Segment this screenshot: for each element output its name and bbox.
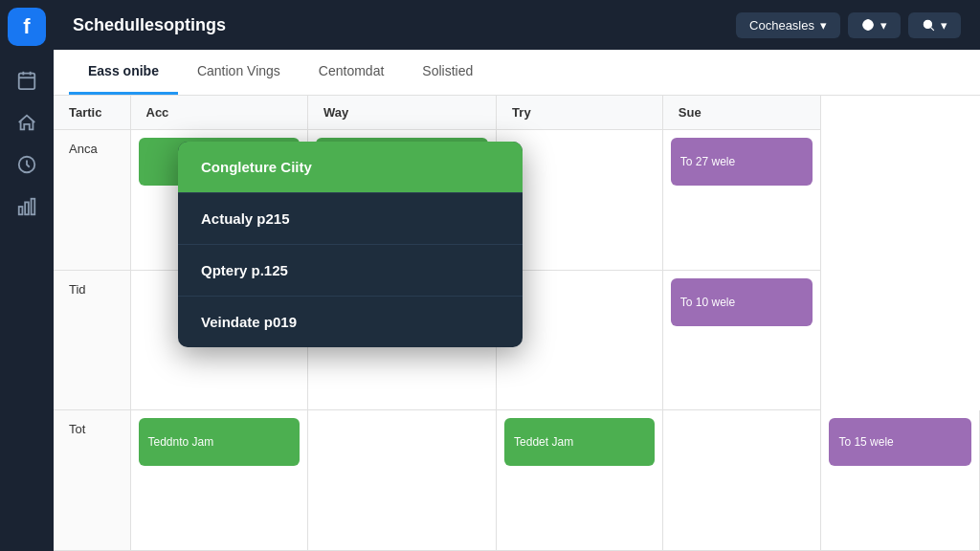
dropdown-item-actualy[interactable]: Actualy p215 [178,193,523,245]
table-row: Tot Teddnto Jam Teddet Jam [54,410,980,551]
svg-rect-5 [19,207,23,214]
app-container: f Schedullesoptings Cocheasles ▾ [0,0,980,551]
col-header-sue: Sue [662,96,821,130]
main-content: Schedullesoptings Cocheasles ▾ ▾ ▾ Eass … [54,0,980,551]
svg-rect-6 [25,202,29,214]
globe-button[interactable]: ▾ [848,12,901,38]
search-button[interactable]: ▾ [908,12,961,38]
row-label-tot: Tot [54,410,130,551]
chart-icon[interactable] [8,187,46,226]
row-label-tid: Tid [54,270,130,410]
tabs-bar: Eass onibe Cantion Vings Centomdat Solis… [54,50,980,96]
dropdown-menu: Congleture Ciity Actualy p215 Qptery p.1… [178,142,523,347]
dropdown-item-qptery[interactable]: Qptery p.125 [178,245,523,297]
svg-point-11 [924,20,931,28]
calendar-icon[interactable] [8,61,46,99]
svg-rect-7 [32,199,35,215]
globe-icon [861,18,875,32]
search-icon [922,18,935,32]
tab-cantion[interactable]: Cantion Vings [178,50,300,95]
tab-solistied[interactable]: Solistied [403,50,492,95]
app-logo[interactable]: f [8,8,46,46]
dropdown-item-congleture[interactable]: Congleture Ciity [178,142,523,193]
content-area: Tartic Acc Way Try Sue Anca [54,96,980,551]
event-card[interactable]: Teddnto Jam [139,418,300,466]
tab-eass[interactable]: Eass onibe [69,50,178,95]
svg-line-12 [931,28,934,31]
header: Schedullesoptings Cocheasles ▾ ▾ ▾ [54,0,980,50]
col-header-acc: Acc [130,96,307,130]
event-card[interactable]: To 15 wele [829,418,971,466]
col-header-way: Way [307,96,496,130]
clock-icon[interactable] [8,145,46,184]
dropdown-item-veindate[interactable]: Veindate p019 [178,297,523,347]
svg-rect-0 [19,74,35,90]
user-dropdown-button[interactable]: Cocheasles ▾ [736,12,840,38]
col-header-label: Tartic [54,96,130,130]
row-label-anca: Anca [54,130,130,271]
header-controls: Cocheasles ▾ ▾ ▾ [736,12,961,38]
tab-centomdat[interactable]: Centomdat [300,50,403,95]
app-title: Schedullesoptings [73,15,721,35]
col-header-try: Try [497,96,663,130]
event-card[interactable]: Teddet Jam [504,418,655,466]
dropdown-overlay: Congleture Ciity Actualy p215 Qptery p.1… [178,142,523,347]
sidebar: f [0,0,54,551]
event-card[interactable]: To 10 wele [671,278,813,326]
event-card[interactable]: To 27 wele [671,138,813,186]
home-icon[interactable] [8,103,46,142]
